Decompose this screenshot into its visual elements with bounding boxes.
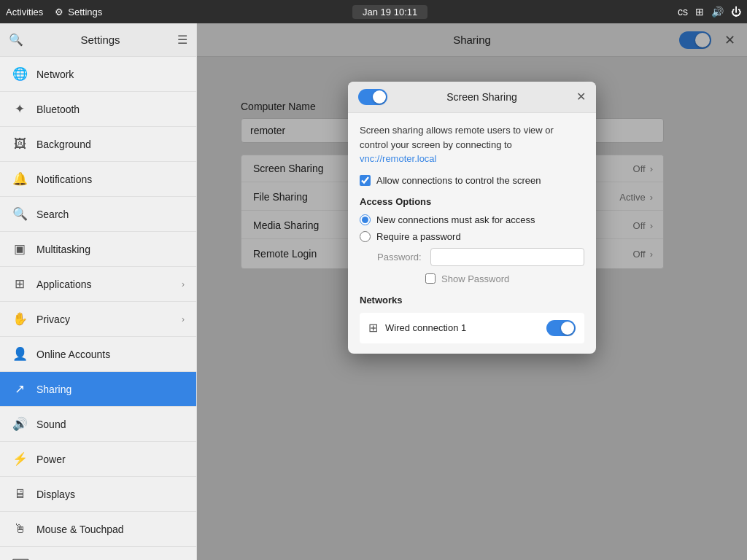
sharing-icon: ↗ — [12, 381, 28, 397]
privacy-arrow-icon: › — [182, 314, 185, 324]
keyboard-icon: ⌨ — [12, 556, 28, 560]
network-icon: 🌐 — [12, 66, 28, 82]
activities-button[interactable]: Activities — [6, 7, 43, 18]
radio-password[interactable] — [360, 231, 371, 242]
sidebar-item-displays[interactable]: 🖥 Displays — [0, 477, 196, 512]
volume-icon[interactable]: 🔊 — [711, 6, 724, 18]
sidebar-item-applications[interactable]: ⊞ Applications › — [0, 267, 196, 302]
sidebar-item-label-background: Background — [36, 139, 91, 150]
online-accounts-icon: 👤 — [12, 346, 28, 362]
background-icon: 🖼 — [12, 137, 28, 152]
sidebar-search-button[interactable]: 🔍 — [9, 33, 23, 47]
sidebar-item-mouse-touchpad[interactable]: 🖱 Mouse & Touchpad — [0, 512, 196, 547]
show-password-checkbox[interactable] — [425, 273, 436, 284]
show-password-label[interactable]: Show Password — [441, 273, 509, 284]
wired-connection-toggle[interactable] — [546, 320, 576, 336]
allow-control-checkbox[interactable] — [360, 175, 371, 186]
privacy-icon: ✋ — [12, 311, 28, 327]
sidebar: 🔍 Settings ☰ 🌐 Network ✦ Bluetooth 🖼 Bac… — [0, 23, 197, 560]
topbar-datetime: Jan 19 10:11 — [352, 5, 427, 19]
sidebar-item-notifications[interactable]: 🔔 Notifications — [0, 162, 196, 197]
sidebar-item-label-power: Power — [36, 454, 66, 465]
power-icon: ⚡ — [12, 451, 28, 467]
sidebar-header: 🔍 Settings ☰ — [0, 23, 196, 57]
screen-sharing-dialog: Screen Sharing ✕ Screen sharing allows r… — [348, 82, 596, 354]
sidebar-item-background[interactable]: 🖼 Background — [0, 127, 196, 162]
password-label: Password: — [377, 252, 425, 262]
sidebar-item-label-displays: Displays — [36, 489, 75, 500]
topbar-left: Activities ⚙ Settings — [6, 7, 102, 18]
sidebar-item-label-multitasking: Multitasking — [36, 244, 90, 255]
search-icon: 🔍 — [12, 206, 28, 222]
gear-icon: ⚙ — [55, 7, 63, 18]
sidebar-item-label-applications: Applications — [36, 279, 92, 290]
sidebar-item-label-notifications: Notifications — [36, 174, 92, 185]
show-password-row: Show Password — [425, 273, 584, 284]
sidebar-item-label-online-accounts: Online Accounts — [36, 349, 110, 360]
vnc-link[interactable]: vnc://remoter.local — [360, 153, 437, 164]
password-row: Password: — [377, 248, 584, 266]
dialog-toggle[interactable] — [358, 89, 387, 105]
multitasking-icon: ▣ — [12, 241, 28, 257]
sidebar-item-keyboard[interactable]: ⌨ Keyboard — [0, 547, 196, 560]
sound-icon: 🔊 — [12, 416, 28, 432]
sidebar-item-sound[interactable]: 🔊 Sound — [0, 407, 196, 442]
sidebar-item-network[interactable]: 🌐 Network — [0, 57, 196, 92]
sidebar-item-label-network: Network — [36, 69, 74, 80]
sidebar-item-privacy[interactable]: ✋ Privacy › — [0, 302, 196, 337]
password-input[interactable] — [430, 248, 584, 266]
dialog-title: Screen Sharing — [395, 91, 569, 103]
network-row: ⊞ Wired connection 1 — [360, 313, 584, 343]
applications-arrow-icon: › — [182, 279, 185, 289]
sidebar-item-sharing[interactable]: ↗ Sharing — [0, 372, 196, 407]
network-status-icon[interactable]: ⊞ — [695, 6, 704, 18]
sidebar-item-label-privacy: Privacy — [36, 314, 70, 325]
topbar-right: cs ⊞ 🔊 ⏻ — [678, 6, 741, 18]
radio-password-row: Require a password — [360, 231, 584, 242]
dialog-description: Screen sharing allows remote users to vi… — [360, 123, 584, 166]
wired-connection-icon: ⊞ — [368, 321, 378, 335]
dialog-close-button[interactable]: ✕ — [576, 91, 586, 103]
sidebar-item-power[interactable]: ⚡ Power — [0, 442, 196, 477]
networks-title: Networks — [360, 295, 584, 306]
content-area: Sharing ✕ Computer Name Screen Sharing O… — [197, 23, 747, 560]
sidebar-item-label-search: Search — [36, 209, 69, 220]
sidebar-item-label-sharing: Sharing — [36, 384, 71, 395]
sidebar-item-online-accounts[interactable]: 👤 Online Accounts — [0, 337, 196, 372]
allow-control-row: Allow connections to control the screen — [360, 175, 584, 186]
bluetooth-icon: ✦ — [12, 101, 28, 117]
radio-ask-row: New connections must ask for access — [360, 214, 584, 225]
wired-connection-name: Wired connection 1 — [385, 322, 539, 333]
notifications-icon: 🔔 — [12, 171, 28, 187]
sidebar-item-multitasking[interactable]: ▣ Multitasking — [0, 232, 196, 267]
sidebar-item-search[interactable]: 🔍 Search — [0, 197, 196, 232]
dialog-header: Screen Sharing ✕ — [348, 82, 596, 113]
dialog-overlay: Screen Sharing ✕ Screen sharing allows r… — [197, 23, 747, 560]
radio-ask[interactable] — [360, 214, 371, 225]
user-initials[interactable]: cs — [678, 6, 688, 18]
allow-control-label[interactable]: Allow connections to control the screen — [376, 175, 541, 186]
sidebar-item-bluetooth[interactable]: ✦ Bluetooth — [0, 92, 196, 127]
sidebar-menu-button[interactable]: ☰ — [177, 33, 187, 47]
radio-password-label[interactable]: Require a password — [376, 231, 461, 242]
topbar: Activities ⚙ Settings Jan 19 10:11 cs ⊞ … — [0, 0, 747, 23]
sidebar-item-label-sound: Sound — [36, 419, 66, 430]
power-icon[interactable]: ⏻ — [731, 6, 741, 18]
topbar-settings-label[interactable]: ⚙ Settings — [55, 7, 102, 18]
displays-icon: 🖥 — [12, 487, 28, 502]
main-container: 🔍 Settings ☰ 🌐 Network ✦ Bluetooth 🖼 Bac… — [0, 23, 747, 560]
radio-ask-label[interactable]: New connections must ask for access — [376, 214, 535, 225]
applications-icon: ⊞ — [12, 276, 28, 292]
dialog-body: Screen sharing allows remote users to vi… — [348, 113, 596, 354]
sidebar-item-label-bluetooth: Bluetooth — [36, 104, 80, 115]
mouse-icon: 🖱 — [12, 522, 28, 537]
access-options-title: Access Options — [360, 196, 584, 207]
sidebar-title: Settings — [29, 34, 171, 46]
sidebar-item-label-mouse-touchpad: Mouse & Touchpad — [36, 524, 124, 535]
